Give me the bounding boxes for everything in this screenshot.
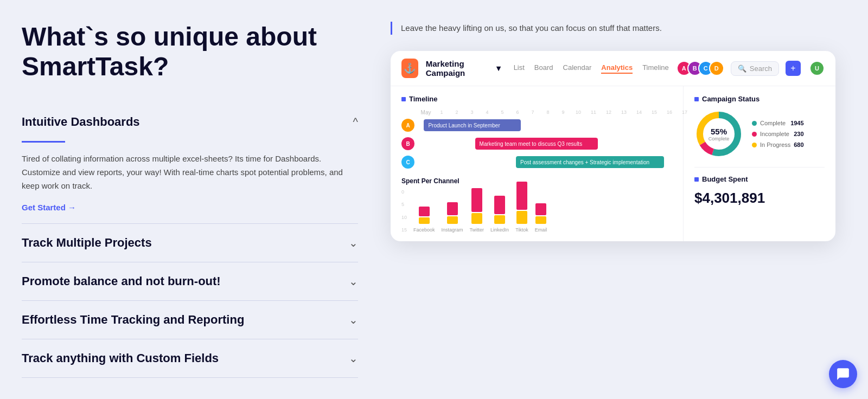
search-label: Search: [750, 65, 772, 73]
legend-item-incomplete: Incomplete 230: [752, 131, 804, 137]
bar-label-email: Email: [535, 227, 547, 233]
accordion-title-intuitive-dashboards: Intuitive Dashboards: [22, 115, 140, 129]
accordion-chevron-down: ⌄: [349, 275, 358, 288]
tday: 16: [662, 110, 677, 115]
legend-label: Incomplete: [760, 131, 790, 137]
bar-stack: [447, 181, 458, 224]
tday: 1: [434, 110, 449, 115]
bar-group-twitter: Twitter: [470, 181, 484, 233]
chat-bubble[interactable]: [829, 360, 857, 388]
timeline-row: A Product Launch in September: [401, 119, 674, 132]
dash-nav-list[interactable]: List: [514, 63, 525, 74]
bar-pink: [447, 202, 458, 215]
section-dot: [401, 97, 406, 101]
bar-pink: [516, 182, 527, 210]
accordion-underline: [22, 141, 65, 143]
timeline-rows: A Product Launch in September B Marketin…: [401, 119, 674, 169]
timeline-row: B Marketing team meet to discuss Q3 resu…: [401, 137, 674, 150]
bar-group-facebook: Facebook: [413, 181, 435, 233]
accordion-chevron-down: ⌄: [349, 352, 358, 365]
timeline-bar-2: Marketing team meet to discuss Q3 result…: [475, 138, 598, 150]
legend-dot: [752, 132, 757, 137]
tday: 4: [480, 110, 495, 115]
tday: 9: [556, 110, 571, 115]
right-panel: Leave the heavy lifting on us, so that y…: [391, 22, 835, 241]
accordion-chevron-up: ^: [353, 116, 358, 128]
bar-chart-wrapper: 15 10 5 0 Facebook Instagram Twi: [401, 189, 674, 233]
accordion-header-custom-fields[interactable]: Track anything with Custom Fields ⌄: [22, 339, 358, 377]
bar-label-facebook: Facebook: [413, 227, 435, 233]
legend-list: Complete 1945 Incomplete 230 In Progress…: [752, 120, 804, 148]
dash-body: Timeline May 1 2 3 4 5 6 7: [391, 86, 835, 241]
accordion-chevron-down: ⌄: [349, 313, 358, 326]
dash-nav-calendar[interactable]: Calendar: [563, 63, 592, 74]
section-dot-2: [694, 97, 699, 101]
timeline-bar-area-2: Marketing team meet to discuss Q3 result…: [419, 138, 674, 150]
accordion-title-promote-balance: Promote balance and not burn-out!: [22, 274, 221, 288]
tday: 17: [677, 110, 692, 115]
bar-label-twitter: Twitter: [470, 227, 484, 233]
bar-yellow: [535, 216, 546, 224]
bar-pink: [419, 207, 430, 216]
accordion-container: Intuitive Dashboards ^ Tired of collatin…: [22, 103, 358, 377]
bar-group-email: Email: [535, 181, 547, 233]
bar-stack: [535, 181, 546, 224]
bar-pink: [535, 203, 546, 215]
accordion-header-time-tracking[interactable]: Effortless Time Tracking and Reporting ⌄: [22, 301, 358, 339]
accordion-section-promote-balance: Promote balance and not burn-out! ⌄: [22, 262, 358, 301]
accordion-title-time-tracking: Effortless Time Tracking and Reporting: [22, 313, 244, 327]
timeline-row: C Post assessment changes + Strategic im…: [401, 156, 674, 169]
accordion-header-intuitive-dashboards[interactable]: Intuitive Dashboards ^: [22, 103, 358, 141]
tday: 3: [464, 110, 480, 115]
legend-label: Complete: [760, 120, 787, 126]
legend-dot: [752, 121, 757, 126]
accordion-section-intuitive-dashboards: Intuitive Dashboards ^ Tired of collatin…: [22, 103, 358, 223]
bar-yellow: [516, 211, 527, 224]
legend-label: In Progress: [760, 141, 790, 148]
accordion-content-intuitive-dashboards: Tired of collating information across mu…: [22, 141, 358, 223]
bar-label-tiktok: Tiktok: [515, 227, 528, 233]
dash-title: Marketing Campaign: [426, 59, 493, 78]
tday: 2: [449, 110, 464, 115]
timeline-bar-area-1: Product Launch in September: [419, 119, 674, 131]
tday: 11: [586, 110, 601, 115]
accordion-section-track-multiple-projects: Track Multiple Projects ⌄: [22, 224, 358, 262]
dash-nav-analytics[interactable]: Analytics: [601, 63, 633, 74]
bar-yellow: [471, 213, 482, 224]
bar-label-linkedin: LinkedIn: [490, 227, 509, 233]
search-box[interactable]: 🔍 Search: [731, 61, 779, 76]
user-avatar: U: [809, 61, 825, 76]
get-started-link[interactable]: Get Started →: [22, 203, 76, 212]
smarttask-logo: ⚓: [401, 59, 418, 78]
accordion-header-track-multiple-projects[interactable]: Track Multiple Projects ⌄: [22, 224, 358, 262]
bar-pink: [471, 188, 482, 212]
bar-chart-section: Spent Per Channel 15 10 5 0 Facebook: [401, 177, 674, 233]
dash-title-chevron: ▾: [496, 63, 501, 73]
dash-nav-board[interactable]: Board: [534, 63, 553, 74]
tday: 12: [601, 110, 616, 115]
dash-left: Timeline May 1 2 3 4 5 6 7: [391, 86, 684, 241]
accordion-section-custom-fields: Track anything with Custom Fields ⌄: [22, 339, 358, 378]
timeline-bar-area-3: Post assessment changes + Strategic impl…: [419, 156, 674, 168]
legend-value: 230: [794, 131, 803, 137]
bar-yellow: [494, 215, 505, 224]
bar-stack: [516, 181, 527, 224]
dash-nav-timeline[interactable]: Timeline: [642, 63, 669, 74]
tday: 13: [616, 110, 631, 115]
tday: 5: [495, 110, 510, 115]
accordion-section-time-tracking: Effortless Time Tracking and Reporting ⌄: [22, 301, 358, 339]
page-container: What`s so unique about SmartTask? Intuit…: [0, 0, 868, 399]
avatar-group: A B C D: [676, 61, 724, 76]
main-heading: What`s so unique about SmartTask?: [22, 22, 358, 81]
add-button[interactable]: +: [786, 61, 801, 76]
bar-group-linkedin: LinkedIn: [490, 181, 509, 233]
bar-yellow: [447, 216, 458, 224]
timeline-grid: May 1 2 3 4 5 6 7 8 9 10 11 12: [401, 110, 674, 169]
dashboard-card: ⚓ Marketing Campaign ▾ ListBoardCalendar…: [391, 51, 835, 241]
bar-stack: [419, 181, 430, 224]
dash-header-right: A B C D 🔍 Search + U: [676, 61, 825, 76]
accordion-text-intuitive-dashboards: Tired of collating information across mu…: [22, 152, 358, 192]
bar-stack: [471, 181, 482, 224]
accordion-title-custom-fields: Track anything with Custom Fields: [22, 351, 219, 365]
accordion-header-promote-balance[interactable]: Promote balance and not burn-out! ⌄: [22, 262, 358, 300]
